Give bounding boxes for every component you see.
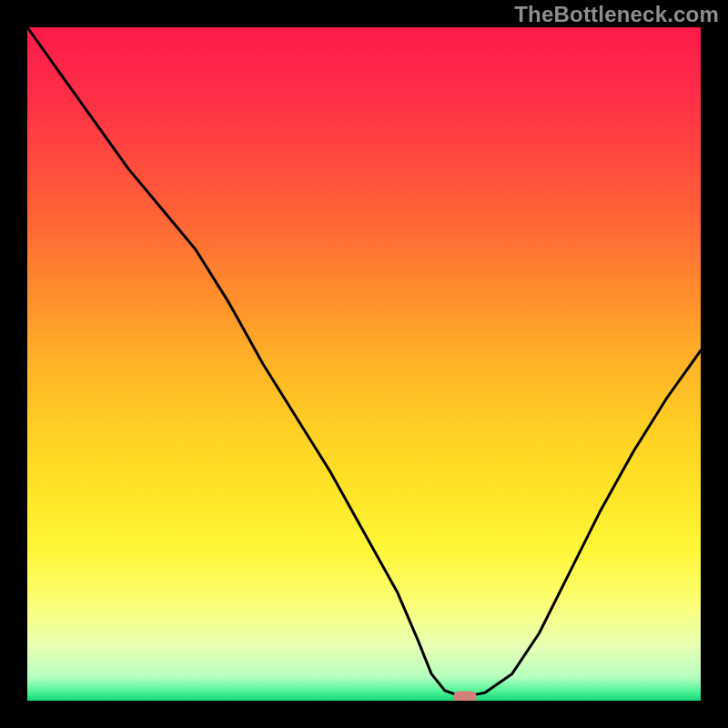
watermark-label: TheBottleneck.com — [514, 2, 719, 27]
gradient-background — [27, 27, 701, 701]
chart-container: TheBottleneck.com — [0, 0, 728, 728]
optimal-marker — [453, 692, 476, 701]
bottleneck-chart — [27, 27, 701, 701]
